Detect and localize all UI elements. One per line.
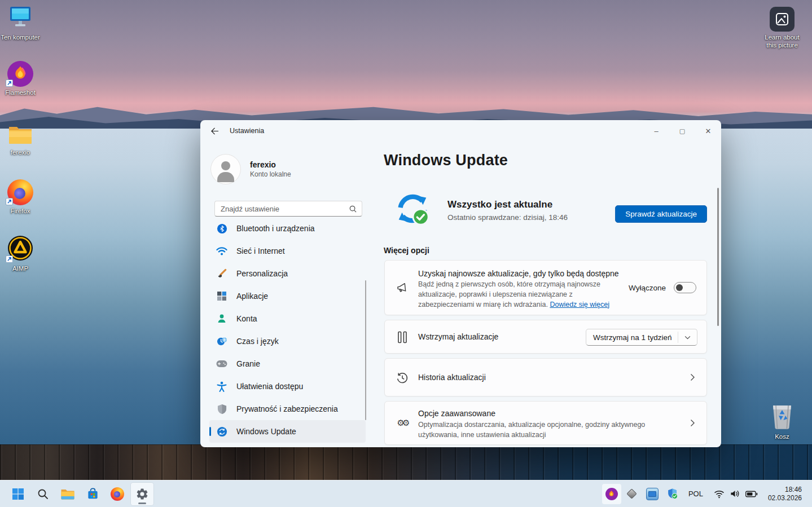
search-input[interactable] bbox=[215, 205, 349, 213]
sidebar-item-personalization[interactable]: Personalizacja bbox=[209, 262, 366, 285]
card-title: Historia aktualizacji bbox=[418, 373, 486, 382]
toggle-state-label: Wyłączone bbox=[629, 284, 666, 292]
pause-duration-dropdown[interactable]: Wstrzymaj na 1 tydzień bbox=[586, 329, 697, 346]
maximize-button[interactable]: ▢ bbox=[669, 120, 695, 142]
desktop-icon-learn-about-picture[interactable]: Learn about this picture bbox=[760, 5, 804, 49]
diamond-icon bbox=[627, 488, 637, 499]
get-latest-updates-card: Uzyskaj najnowsze aktualizacje, gdy tylk… bbox=[384, 260, 707, 315]
sidebar-item-apps[interactable]: Aplikacje bbox=[209, 285, 366, 307]
sidebar-item-label: Prywatność i zabezpieczenia bbox=[236, 404, 338, 413]
pause-updates-card: Wstrzymaj aktualizacje Wstrzymaj na 1 ty… bbox=[384, 320, 707, 354]
close-button[interactable]: ✕ bbox=[695, 120, 721, 142]
shortcut-arrow-icon bbox=[6, 80, 13, 87]
folder-icon bbox=[7, 124, 33, 147]
status-last-checked: Ostatnio sprawdzane: dzisiaj, 18:46 bbox=[447, 213, 568, 222]
learn-more-link[interactable]: Dowiedz się więcej bbox=[550, 301, 609, 308]
tray-windows-security[interactable] bbox=[663, 484, 682, 504]
system-tray: POL 18: bbox=[602, 484, 805, 504]
more-options-label: Więcej opcji bbox=[384, 246, 429, 255]
card-title: Opcje zaawansowane bbox=[418, 409, 495, 418]
language-indicator[interactable]: POL bbox=[683, 490, 708, 498]
windows-update-icon bbox=[216, 426, 227, 437]
person-icon bbox=[216, 313, 227, 324]
update-sync-icon bbox=[393, 189, 432, 231]
window-title: Ustawienia bbox=[230, 127, 264, 135]
check-updates-button[interactable]: Sprawdź aktualizacje bbox=[615, 205, 707, 223]
battery-icon bbox=[745, 491, 758, 497]
sidebar-scrollbar[interactable] bbox=[365, 280, 366, 420]
bluetooth-icon bbox=[216, 223, 227, 234]
back-button[interactable] bbox=[206, 124, 223, 138]
advanced-options-card[interactable]: ⚙⚙ Opcje zaawansowane Optymalizacja dost… bbox=[384, 401, 707, 445]
sidebar-item-label: Personalizacja bbox=[236, 269, 288, 278]
settings-taskbar-button[interactable] bbox=[131, 483, 153, 505]
sidebar-item-privacy[interactable]: Prywatność i zabezpieczenia bbox=[209, 398, 366, 420]
search-button[interactable] bbox=[32, 483, 54, 505]
status-title: Wszystko jest aktualne bbox=[447, 199, 552, 210]
megaphone-icon bbox=[395, 280, 410, 295]
accessibility-icon bbox=[216, 381, 227, 392]
user-profile[interactable]: ferexio Konto lokalne bbox=[210, 154, 291, 184]
desktop-icon-this-pc[interactable]: Ten komputer bbox=[0, 5, 41, 41]
sidebar-item-label: Sieć i Internet bbox=[236, 246, 285, 255]
sidebar-item-bluetooth[interactable]: Bluetooth i urządzenia bbox=[209, 223, 366, 240]
start-button[interactable] bbox=[7, 483, 29, 505]
sidebar-item-gaming[interactable]: Granie bbox=[209, 352, 366, 375]
desktop-icon-label: Flameshot bbox=[0, 89, 41, 96]
desktop-icon-aimp[interactable]: AIMP bbox=[0, 236, 41, 272]
sidebar-item-accessibility[interactable]: Ułatwienia dostępu bbox=[209, 375, 366, 398]
latest-updates-toggle[interactable] bbox=[674, 282, 696, 293]
sidebar-item-network[interactable]: Sieć i Internet bbox=[209, 240, 366, 262]
gears-icon: ⚙⚙ bbox=[395, 416, 410, 430]
pause-icon bbox=[395, 330, 410, 345]
update-status: Wszystko jest aktualne Ostatnio sprawdza… bbox=[384, 189, 707, 230]
sidebar-item-label: Granie bbox=[236, 359, 260, 368]
avatar bbox=[210, 154, 241, 184]
taskbar-clock[interactable]: 18:46 02.03.2026 bbox=[763, 486, 805, 502]
taskbar: POL 18: bbox=[0, 480, 812, 507]
firefox-icon bbox=[111, 487, 124, 501]
settings-nav: Bluetooth i urządzenia Sieć i Internet P… bbox=[209, 223, 366, 444]
sidebar-item-time-language[interactable]: Czas i język bbox=[209, 330, 366, 352]
microsoft-store-button[interactable] bbox=[81, 483, 104, 505]
recycle-bin-icon bbox=[771, 402, 793, 431]
sidebar-item-label: Bluetooth i urządzenia bbox=[236, 224, 315, 233]
update-history-card[interactable]: Historia aktualizacji bbox=[384, 358, 707, 396]
shortcut-arrow-icon bbox=[6, 255, 13, 263]
firefox-taskbar-button[interactable] bbox=[106, 483, 129, 505]
pc-app-icon bbox=[646, 488, 659, 500]
dropdown-value: Wstrzymaj na 1 tydzień bbox=[586, 329, 678, 345]
sidebar-item-windows-update[interactable]: Windows Update bbox=[209, 420, 366, 443]
wifi-icon bbox=[714, 490, 725, 499]
desktop-icon-firefox[interactable]: Firefox bbox=[0, 178, 41, 215]
desktop-icon-label: ferexio bbox=[0, 148, 41, 156]
file-explorer-button[interactable] bbox=[56, 483, 79, 505]
account-type: Konto lokalne bbox=[250, 170, 291, 178]
shortcut-arrow-icon bbox=[6, 198, 13, 205]
apps-grid-icon bbox=[216, 290, 227, 302]
picture-info-icon bbox=[770, 7, 795, 32]
main-scrollbar[interactable] bbox=[717, 188, 719, 326]
tray-hidden-icons[interactable] bbox=[622, 484, 642, 504]
chevron-down-icon[interactable] bbox=[678, 329, 697, 345]
wallpaper-pier bbox=[0, 444, 812, 480]
clock-time: 18:46 bbox=[768, 486, 802, 494]
desktop-icon-recycle-bin[interactable]: Kosz bbox=[762, 404, 802, 440]
selected-indicator bbox=[209, 427, 211, 436]
sidebar-item-label: Konta bbox=[236, 314, 257, 323]
desktop-icon-flameshot[interactable]: Flameshot bbox=[0, 60, 41, 96]
tray-utility-app[interactable] bbox=[643, 484, 662, 504]
user-name: ferexio bbox=[250, 160, 291, 169]
desktop-icon-ferexio-folder[interactable]: ferexio bbox=[0, 120, 41, 156]
system-indicators[interactable] bbox=[709, 489, 762, 499]
minimize-button[interactable]: – bbox=[643, 120, 669, 142]
desktop-icon-label: AIMP bbox=[0, 264, 41, 272]
gamepad-icon bbox=[216, 358, 227, 369]
this-pc-icon bbox=[7, 5, 33, 32]
windows-update-page: Windows Update Wszystko jest aktualne Os… bbox=[384, 142, 707, 447]
card-title: Wstrzymaj aktualizacje bbox=[418, 332, 498, 341]
tray-flameshot[interactable] bbox=[602, 484, 621, 504]
settings-search[interactable] bbox=[214, 201, 362, 217]
sidebar-item-accounts[interactable]: Konta bbox=[209, 307, 366, 330]
sidebar-item-label: Windows Update bbox=[236, 427, 296, 436]
